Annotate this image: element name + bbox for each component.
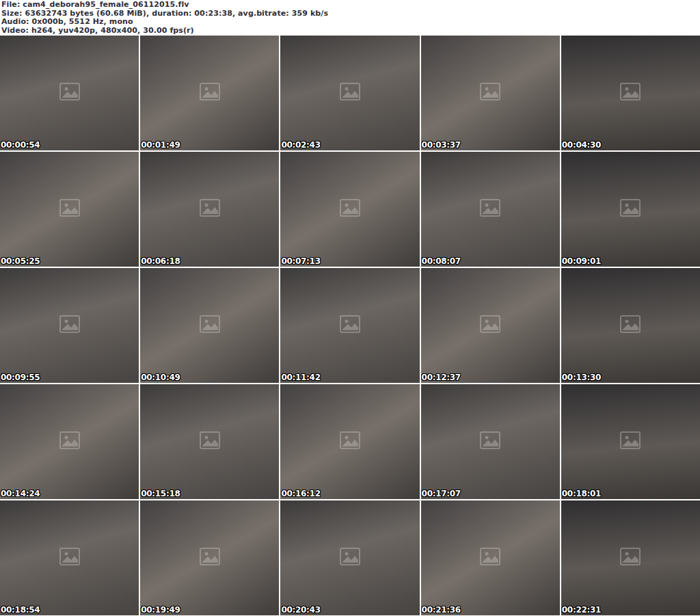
video-frame-icon bbox=[480, 199, 500, 219]
video-frame-icon bbox=[620, 548, 641, 568]
video-frame-icon bbox=[200, 431, 220, 452]
video-frame-thumbnail: 00:07:13 bbox=[280, 152, 419, 267]
frame-timestamp: 00:18:54 bbox=[1, 605, 40, 615]
frame-timestamp: 00:08:07 bbox=[422, 256, 461, 266]
video-frame-thumbnail: 00:20:43 bbox=[280, 500, 419, 615]
frame-timestamp: 00:19:49 bbox=[141, 605, 180, 615]
video-frame-thumbnail: 00:10:49 bbox=[140, 268, 279, 383]
frame-timestamp: 00:16:12 bbox=[281, 489, 320, 498]
video-frame-thumbnail: 00:09:55 bbox=[0, 268, 139, 383]
video-frame-thumbnail: 00:22:31 bbox=[561, 500, 700, 615]
video-frame-thumbnail: 00:18:54 bbox=[0, 500, 139, 615]
video-frame-icon bbox=[620, 83, 641, 103]
frame-timestamp: 00:04:30 bbox=[562, 140, 601, 150]
frame-timestamp: 00:02:43 bbox=[281, 140, 320, 150]
video-frame-thumbnail: 00:18:01 bbox=[561, 384, 700, 499]
video-frame-thumbnail: 00:13:30 bbox=[561, 268, 700, 383]
video-frame-thumbnail: 00:19:49 bbox=[140, 500, 279, 615]
video-frame-thumbnail: 00:16:12 bbox=[280, 384, 419, 499]
frame-timestamp: 00:12:37 bbox=[422, 373, 461, 382]
video-frame-thumbnail: 00:05:25 bbox=[0, 152, 139, 267]
video-frame-icon bbox=[200, 548, 220, 568]
video-frame-thumbnail: 00:14:24 bbox=[0, 384, 139, 499]
video-frame-thumbnail: 00:15:18 bbox=[140, 384, 279, 499]
video-frame-icon bbox=[200, 199, 220, 219]
video-frame-icon bbox=[200, 83, 220, 103]
video-frame-icon bbox=[620, 199, 641, 219]
frame-timestamp: 00:03:37 bbox=[422, 140, 461, 150]
thumbnail-grid: 00:00:5400:01:4900:02:4300:03:3700:04:30… bbox=[0, 36, 700, 615]
frame-timestamp: 00:01:49 bbox=[141, 140, 180, 150]
video-frame-thumbnail: 00:04:30 bbox=[561, 36, 700, 150]
video-frame-icon bbox=[200, 315, 220, 336]
frame-timestamp: 00:13:30 bbox=[562, 373, 601, 382]
frame-timestamp: 00:11:42 bbox=[281, 373, 320, 382]
frame-timestamp: 00:21:36 bbox=[422, 605, 461, 615]
video-frame-icon bbox=[480, 315, 500, 336]
video-frame-icon bbox=[480, 548, 500, 568]
frame-timestamp: 00:18:01 bbox=[562, 489, 601, 498]
media-info-header: File: cam4_deborah95_female_06112015.flv… bbox=[0, 0, 700, 36]
video-frame-thumbnail: 00:12:37 bbox=[421, 268, 560, 383]
video-frame-icon bbox=[340, 199, 360, 219]
video-frame-icon bbox=[620, 431, 641, 452]
video-frame-thumbnail: 00:06:18 bbox=[140, 152, 279, 267]
frame-timestamp: 00:00:54 bbox=[1, 140, 40, 150]
frame-timestamp: 00:06:18 bbox=[141, 256, 180, 266]
video-frame-thumbnail: 00:09:01 bbox=[561, 152, 700, 267]
file-name-line: File: cam4_deborah95_female_06112015.flv bbox=[1, 1, 699, 10]
frame-timestamp: 00:05:25 bbox=[1, 256, 40, 266]
video-frame-thumbnail: 00:02:43 bbox=[280, 36, 419, 150]
video-frame-thumbnail: 00:11:42 bbox=[280, 268, 419, 383]
frame-timestamp: 00:20:43 bbox=[281, 605, 320, 615]
frame-timestamp: 00:09:55 bbox=[1, 373, 40, 382]
video-frame-icon bbox=[59, 199, 80, 219]
audio-info-line: Audio: 0x000b, 5512 Hz, mono bbox=[1, 18, 699, 27]
frame-timestamp: 00:14:24 bbox=[1, 489, 40, 498]
frame-timestamp: 00:10:49 bbox=[141, 373, 180, 382]
video-frame-icon bbox=[340, 83, 360, 103]
video-frame-thumbnail: 00:08:07 bbox=[421, 152, 560, 267]
video-frame-icon bbox=[59, 431, 80, 452]
video-frame-icon bbox=[59, 548, 80, 568]
video-frame-thumbnail: 00:00:54 bbox=[0, 36, 139, 150]
video-frame-thumbnail: 00:01:49 bbox=[140, 36, 279, 150]
video-frame-thumbnail: 00:17:07 bbox=[421, 384, 560, 499]
video-frame-icon bbox=[59, 315, 80, 336]
frame-timestamp: 00:09:01 bbox=[562, 256, 601, 266]
video-frame-icon bbox=[340, 431, 360, 452]
contact-sheet: File: cam4_deborah95_female_06112015.flv… bbox=[0, 0, 700, 616]
frame-timestamp: 00:17:07 bbox=[422, 489, 461, 498]
video-frame-thumbnail: 00:21:36 bbox=[421, 500, 560, 615]
video-frame-icon bbox=[480, 431, 500, 452]
video-info-line: Video: h264, yuv420p, 480x400, 30.00 fps… bbox=[1, 27, 699, 36]
video-frame-icon bbox=[620, 315, 641, 336]
video-frame-icon bbox=[59, 83, 80, 103]
video-frame-icon bbox=[480, 83, 500, 103]
frame-timestamp: 00:22:31 bbox=[562, 605, 601, 615]
frame-timestamp: 00:15:18 bbox=[141, 489, 180, 498]
video-frame-icon bbox=[340, 315, 360, 336]
video-frame-thumbnail: 00:03:37 bbox=[421, 36, 560, 150]
video-frame-icon bbox=[340, 548, 360, 568]
frame-timestamp: 00:07:13 bbox=[281, 256, 320, 266]
